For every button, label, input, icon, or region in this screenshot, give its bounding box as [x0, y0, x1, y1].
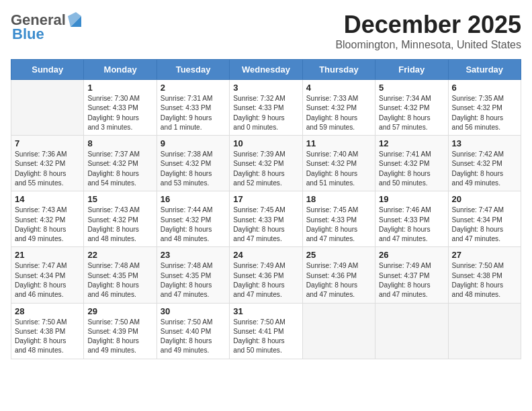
day-number: 12 — [379, 138, 444, 148]
day-detail: Sunrise: 7:48 AMSunset: 4:35 PMDaylight:… — [87, 261, 152, 300]
calendar-table: SundayMondayTuesdayWednesdayThursdayFrid… — [11, 59, 521, 359]
day-detail: Sunrise: 7:44 AMSunset: 4:32 PMDaylight:… — [161, 205, 226, 244]
day-number: 21 — [15, 250, 80, 260]
title-area: December 2025 Bloomington, Minnesota, Un… — [335, 11, 521, 51]
calendar-cell: 2Sunrise: 7:31 AMSunset: 4:33 PMDaylight… — [157, 80, 229, 136]
day-number: 11 — [306, 138, 371, 148]
calendar-cell: 13Sunrise: 7:42 AMSunset: 4:32 PMDayligh… — [448, 136, 521, 191]
calendar-day-header: Wednesday — [230, 60, 302, 80]
day-detail: Sunrise: 7:45 AMSunset: 4:33 PMDaylight:… — [306, 205, 371, 244]
calendar-cell: 19Sunrise: 7:46 AMSunset: 4:33 PMDayligh… — [375, 191, 448, 247]
calendar-cell: 26Sunrise: 7:49 AMSunset: 4:37 PMDayligh… — [375, 247, 448, 303]
day-number: 18 — [306, 194, 371, 204]
day-detail: Sunrise: 7:46 AMSunset: 4:33 PMDaylight:… — [379, 205, 444, 244]
day-number: 6 — [452, 83, 517, 93]
calendar-cell: 15Sunrise: 7:43 AMSunset: 4:32 PMDayligh… — [84, 191, 157, 247]
day-number: 2 — [161, 83, 226, 93]
calendar-cell: 28Sunrise: 7:50 AMSunset: 4:38 PMDayligh… — [11, 303, 84, 359]
calendar-cell — [302, 303, 375, 359]
day-number: 19 — [379, 194, 444, 204]
calendar-cell: 23Sunrise: 7:48 AMSunset: 4:35 PMDayligh… — [157, 247, 229, 303]
calendar-cell: 9Sunrise: 7:38 AMSunset: 4:32 PMDaylight… — [157, 136, 229, 191]
calendar-cell: 27Sunrise: 7:50 AMSunset: 4:38 PMDayligh… — [448, 247, 521, 303]
calendar-cell: 14Sunrise: 7:43 AMSunset: 4:32 PMDayligh… — [11, 191, 84, 247]
day-number: 9 — [161, 138, 226, 148]
calendar-week-row: 28Sunrise: 7:50 AMSunset: 4:38 PMDayligh… — [11, 303, 521, 359]
day-detail: Sunrise: 7:47 AMSunset: 4:34 PMDaylight:… — [15, 261, 80, 300]
day-number: 5 — [379, 83, 444, 93]
day-detail: Sunrise: 7:32 AMSunset: 4:33 PMDaylight:… — [233, 94, 298, 132]
calendar-week-row: 14Sunrise: 7:43 AMSunset: 4:32 PMDayligh… — [11, 191, 521, 247]
day-detail: Sunrise: 7:41 AMSunset: 4:32 PMDaylight:… — [379, 150, 444, 188]
day-number: 8 — [87, 138, 152, 148]
calendar-cell: 4Sunrise: 7:33 AMSunset: 4:32 PMDaylight… — [302, 80, 375, 136]
calendar-header-row: SundayMondayTuesdayWednesdayThursdayFrid… — [11, 60, 521, 80]
day-detail: Sunrise: 7:50 AMSunset: 4:38 PMDaylight:… — [452, 261, 517, 300]
day-detail: Sunrise: 7:50 AMSunset: 4:40 PMDaylight:… — [161, 318, 226, 356]
day-number: 4 — [306, 83, 371, 93]
day-detail: Sunrise: 7:48 AMSunset: 4:35 PMDaylight:… — [161, 261, 226, 300]
day-detail: Sunrise: 7:39 AMSunset: 4:32 PMDaylight:… — [233, 150, 298, 188]
calendar-cell: 10Sunrise: 7:39 AMSunset: 4:32 PMDayligh… — [230, 136, 302, 191]
day-detail: Sunrise: 7:42 AMSunset: 4:32 PMDaylight:… — [452, 150, 517, 188]
day-detail: Sunrise: 7:50 AMSunset: 4:41 PMDaylight:… — [233, 318, 298, 356]
logo: General Blue — [11, 11, 85, 43]
calendar-cell — [375, 303, 448, 359]
calendar-cell: 8Sunrise: 7:37 AMSunset: 4:32 PMDaylight… — [84, 136, 157, 191]
calendar-cell: 22Sunrise: 7:48 AMSunset: 4:35 PMDayligh… — [84, 247, 157, 303]
day-number: 27 — [452, 250, 517, 260]
calendar-cell: 7Sunrise: 7:36 AMSunset: 4:32 PMDaylight… — [11, 136, 84, 191]
day-number: 10 — [233, 138, 298, 148]
day-detail: Sunrise: 7:45 AMSunset: 4:33 PMDaylight:… — [233, 205, 298, 244]
day-detail: Sunrise: 7:50 AMSunset: 4:39 PMDaylight:… — [87, 318, 152, 356]
calendar-cell: 29Sunrise: 7:50 AMSunset: 4:39 PMDayligh… — [84, 303, 157, 359]
day-detail: Sunrise: 7:40 AMSunset: 4:32 PMDaylight:… — [306, 150, 371, 188]
calendar-cell: 12Sunrise: 7:41 AMSunset: 4:32 PMDayligh… — [375, 136, 448, 191]
day-detail: Sunrise: 7:43 AMSunset: 4:32 PMDaylight:… — [15, 205, 80, 244]
calendar-cell: 24Sunrise: 7:49 AMSunset: 4:36 PMDayligh… — [230, 247, 302, 303]
calendar-day-header: Sunday — [11, 60, 84, 80]
day-number: 14 — [15, 194, 80, 204]
day-number: 16 — [161, 194, 226, 204]
day-number: 28 — [15, 306, 80, 316]
day-detail: Sunrise: 7:37 AMSunset: 4:32 PMDaylight:… — [87, 150, 152, 188]
calendar-day-header: Monday — [84, 60, 157, 80]
calendar-cell: 30Sunrise: 7:50 AMSunset: 4:40 PMDayligh… — [157, 303, 229, 359]
day-detail: Sunrise: 7:49 AMSunset: 4:37 PMDaylight:… — [379, 261, 444, 300]
calendar-cell: 6Sunrise: 7:35 AMSunset: 4:32 PMDaylight… — [448, 80, 521, 136]
day-detail: Sunrise: 7:49 AMSunset: 4:36 PMDaylight:… — [233, 261, 298, 300]
day-detail: Sunrise: 7:50 AMSunset: 4:38 PMDaylight:… — [15, 318, 80, 356]
calendar-cell: 20Sunrise: 7:47 AMSunset: 4:34 PMDayligh… — [448, 191, 521, 247]
day-detail: Sunrise: 7:49 AMSunset: 4:36 PMDaylight:… — [306, 261, 371, 300]
month-title: December 2025 — [335, 11, 521, 39]
day-number: 23 — [161, 250, 226, 260]
day-number: 13 — [452, 138, 517, 148]
day-detail: Sunrise: 7:30 AMSunset: 4:33 PMDaylight:… — [87, 94, 152, 132]
logo-blue: Blue — [12, 26, 44, 42]
calendar-cell — [11, 80, 84, 136]
day-number: 30 — [161, 306, 226, 316]
calendar-day-header: Tuesday — [157, 60, 229, 80]
calendar-day-header: Thursday — [302, 60, 375, 80]
day-number: 29 — [87, 306, 152, 316]
location-title: Bloomington, Minnesota, United States — [335, 39, 521, 51]
calendar-cell: 21Sunrise: 7:47 AMSunset: 4:34 PMDayligh… — [11, 247, 84, 303]
day-detail: Sunrise: 7:43 AMSunset: 4:32 PMDaylight:… — [87, 205, 152, 244]
day-number: 20 — [452, 194, 517, 204]
calendar-week-row: 21Sunrise: 7:47 AMSunset: 4:34 PMDayligh… — [11, 247, 521, 303]
day-number: 7 — [15, 138, 80, 148]
day-number: 3 — [233, 83, 298, 93]
day-number: 22 — [87, 250, 152, 260]
day-number: 24 — [233, 250, 298, 260]
calendar-cell: 18Sunrise: 7:45 AMSunset: 4:33 PMDayligh… — [302, 191, 375, 247]
calendar-cell: 3Sunrise: 7:32 AMSunset: 4:33 PMDaylight… — [230, 80, 302, 136]
calendar-cell: 1Sunrise: 7:30 AMSunset: 4:33 PMDaylight… — [84, 80, 157, 136]
calendar-cell: 25Sunrise: 7:49 AMSunset: 4:36 PMDayligh… — [302, 247, 375, 303]
day-detail: Sunrise: 7:34 AMSunset: 4:32 PMDaylight:… — [379, 94, 444, 132]
page-header: General Blue December 2025 Bloomington, … — [11, 11, 521, 51]
calendar-cell: 31Sunrise: 7:50 AMSunset: 4:41 PMDayligh… — [230, 303, 302, 359]
logo-icon — [66, 11, 85, 30]
day-number: 17 — [233, 194, 298, 204]
day-number: 26 — [379, 250, 444, 260]
day-detail: Sunrise: 7:33 AMSunset: 4:32 PMDaylight:… — [306, 94, 371, 132]
